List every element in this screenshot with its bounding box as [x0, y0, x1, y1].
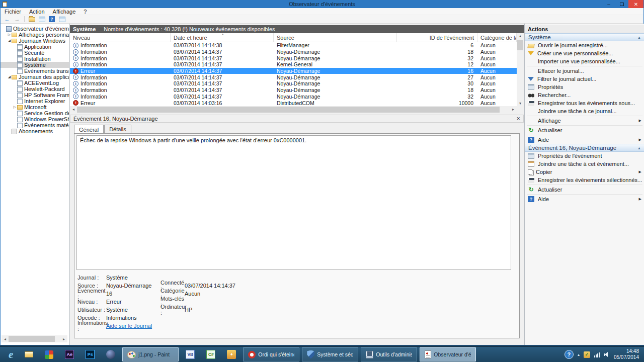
- taskbar-event-viewer[interactable]: Observateur d'évé...: [420, 347, 476, 361]
- sidebar-horizontal-scrollbar[interactable]: ◂ ▸: [2, 335, 67, 342]
- column-header-categorie-de-la-tache[interactable]: Catégorie de la tâche: [477, 33, 517, 42]
- menu-[interactable]: ?: [84, 9, 87, 15]
- action-filtrer-le-journal-actuel[interactable]: Filtrer le journal actuel...: [525, 75, 644, 83]
- tree-item-application[interactable]: Application: [1, 44, 69, 50]
- taskbar-csharp[interactable]: C#: [202, 347, 220, 361]
- taskbar-media-sphere[interactable]: [102, 347, 120, 361]
- action-enregistrer-tous-les-evenements-sous[interactable]: Enregistrer tous les événements sous...: [525, 99, 644, 107]
- show-action-pane-icon[interactable]: [58, 16, 66, 23]
- tree-item-service-gestion-des-cles[interactable]: Service Gestion des clés: [1, 110, 69, 116]
- log-help-link[interactable]: Aide sur le Journal: [106, 323, 160, 329]
- tree-item-installation[interactable]: Installation: [1, 56, 69, 62]
- taskbar-internet-explorer[interactable]: e: [4, 347, 18, 361]
- action-aide[interactable]: ?Aide▶: [525, 195, 644, 203]
- action-proprietes-de-l-evenement[interactable]: Propriétés de l'événement: [525, 152, 644, 160]
- expander-icon[interactable]: ▷: [7, 33, 12, 37]
- action-importer-une-vue-personnalisee[interactable]: Importer une vue personnalisée...: [525, 57, 644, 65]
- maximize-button[interactable]: [615, 0, 628, 8]
- taskbar-photoshop[interactable]: Ps: [81, 347, 99, 361]
- tree-item-journaux-des-applications-et[interactable]: ◢Journaux des applications et: [1, 74, 69, 80]
- event-row[interactable]: iInformation03/07/2014 14:14:38FilterMan…: [70, 42, 517, 49]
- menu-action[interactable]: Action: [29, 9, 45, 15]
- list-horizontal-scrollbar[interactable]: ◂ ▸: [70, 106, 517, 113]
- chevron-up-icon[interactable]: ▲: [637, 146, 641, 150]
- scroll-right-icon[interactable]: ▸: [510, 107, 517, 112]
- scrollbar-thumb[interactable]: [517, 40, 523, 50]
- action-group-evenement-16-noyau-demarrage[interactable]: Événement 16, Noyau-Démarrage▲: [525, 144, 644, 152]
- scrollbar-thumb[interactable]: [77, 107, 500, 113]
- show-console-tree-icon[interactable]: [38, 16, 46, 23]
- action-proprietes[interactable]: Propriétés: [525, 83, 644, 91]
- tree-item-observateur-d-evenements-loc[interactable]: Observateur d'événements (Loc: [1, 26, 69, 32]
- tree-item-abonnements[interactable]: Abonnements: [1, 128, 69, 134]
- action-ouvrir-le-journal-enregistre[interactable]: Ouvrir le journal enregistré...: [525, 41, 644, 49]
- clock[interactable]: 14:48 05/07/2014: [614, 348, 639, 360]
- tree-item-systeme[interactable]: Système: [1, 62, 69, 68]
- tree-item-affichages-personnalises[interactable]: ▷Affichages personnalisés: [1, 32, 69, 38]
- event-row[interactable]: !Erreur03/07/2014 14:14:37Noyau-Démarrag…: [70, 68, 517, 74]
- tree-item-evenements-transferes[interactable]: Événements transférés: [1, 68, 69, 74]
- taskbar-installer[interactable]: ✦: [222, 347, 240, 361]
- scroll-up-icon[interactable]: ▴: [517, 34, 524, 38]
- event-row[interactable]: iInformation03/07/2014 14:14:37Noyau-Dém…: [70, 55, 517, 61]
- update-tray-icon[interactable]: ✓: [584, 351, 590, 358]
- event-row[interactable]: iInformation03/07/2014 14:14:37Kernel-Ge…: [70, 61, 517, 68]
- column-header-niveau[interactable]: Niveau: [70, 33, 171, 42]
- action-actualiser[interactable]: ↻Actualiser: [525, 186, 644, 194]
- tree-item-windows-powershell[interactable]: Windows PowerShell: [1, 116, 69, 122]
- action-rechercher[interactable]: Rechercher...: [525, 91, 644, 99]
- tree-item-hp-software-framework[interactable]: HP Software Framework: [1, 92, 69, 98]
- tab-general[interactable]: Général: [74, 125, 104, 134]
- taskbar-photo-app[interactable]: [40, 347, 58, 361]
- column-header-date-et-heure[interactable]: Date et heure▴: [171, 33, 274, 42]
- minimize-button[interactable]: –: [602, 0, 615, 8]
- taskbar-file-explorer[interactable]: [20, 347, 38, 361]
- event-row[interactable]: iInformation03/07/2014 14:14:37Noyau-Dém…: [70, 80, 517, 87]
- menu-fichier[interactable]: Fichier: [5, 9, 21, 15]
- tree-item-microsoft[interactable]: ▷Microsoft: [1, 104, 69, 110]
- forward-icon[interactable]: →: [13, 16, 21, 23]
- scroll-left-icon[interactable]: ◂: [70, 107, 77, 112]
- scroll-left-icon[interactable]: ◂: [2, 337, 9, 341]
- back-icon[interactable]: ←: [3, 16, 11, 23]
- action-creer-une-vue-personnalisee[interactable]: Créer une vue personnalisée...: [525, 49, 644, 57]
- action-group-systeme[interactable]: Système▲: [525, 33, 644, 41]
- event-row[interactable]: iInformation03/07/2014 14:14:37Noyau-Dém…: [70, 94, 517, 100]
- taskbar-paint[interactable]: j1.png - Paint: [122, 347, 179, 361]
- tree-item-evenements-materiels[interactable]: Événements matériels: [1, 122, 69, 128]
- chevron-up-icon[interactable]: ▲: [637, 36, 641, 39]
- action-copier[interactable]: Copier▶: [525, 168, 644, 176]
- scrollbar-thumb[interactable]: [9, 336, 55, 342]
- menu-affichage[interactable]: Affichage: [53, 9, 76, 15]
- taskbar-visual-basic[interactable]: VB: [181, 347, 199, 361]
- scroll-down-icon[interactable]: ▾: [517, 101, 524, 106]
- taskbar-opera[interactable]: Ordi qui s'éteind t...: [243, 347, 299, 361]
- tree-item-aceeventlog[interactable]: ACEEventLog: [1, 80, 69, 86]
- taskbar-after-effects[interactable]: Ae: [60, 347, 78, 361]
- tree-item-internet-explorer[interactable]: Internet Explorer: [1, 98, 69, 104]
- action-joindre-une-tache-a-cet-evenement[interactable]: Joindre une tâche à cet événement...: [525, 160, 644, 168]
- event-row[interactable]: iInformation03/07/2014 14:14:37Noyau-Dém…: [70, 87, 517, 94]
- help-tray-icon[interactable]: ?: [565, 350, 574, 359]
- action-affichage[interactable]: Affichage▶: [525, 117, 644, 125]
- event-row[interactable]: iInformation03/07/2014 14:14:37Noyau-Dém…: [70, 74, 517, 80]
- scroll-right-icon[interactable]: ▸: [60, 337, 67, 341]
- open-saved-log-icon[interactable]: [28, 16, 36, 23]
- column-header-source[interactable]: Source: [274, 33, 397, 42]
- network-icon[interactable]: [594, 352, 600, 357]
- taskbar-admin-tools[interactable]: Outils d'administr...: [361, 347, 417, 361]
- event-row[interactable]: !Erreur03/07/2014 14:03:16DistributedCOM…: [70, 100, 517, 106]
- column-header-id-de-l-evenement[interactable]: ID de l'événement: [397, 33, 477, 42]
- tree-item-securite[interactable]: Sécurité: [1, 50, 69, 56]
- help-toolbar-icon[interactable]: ?: [48, 16, 56, 23]
- tab-details[interactable]: Détails: [104, 125, 131, 133]
- action-aide[interactable]: ?Aide▶: [525, 136, 644, 144]
- close-button[interactable]: ✕: [628, 0, 643, 8]
- tree-item-hewlett-packard[interactable]: Hewlett-Packard: [1, 86, 69, 92]
- close-details-icon[interactable]: ✕: [516, 116, 520, 121]
- tree-item-journaux-windows[interactable]: ◢Journaux Windows: [1, 38, 69, 44]
- expander-icon[interactable]: ◢: [7, 39, 12, 43]
- action-enregistrer-les-evenements-selectionnes[interactable]: Enregistrer les événements sélectionnés.…: [525, 176, 644, 184]
- list-vertical-scrollbar[interactable]: ▴ ▾: [517, 33, 524, 106]
- action-effacer-le-journal[interactable]: Effacer le journal...: [525, 67, 644, 75]
